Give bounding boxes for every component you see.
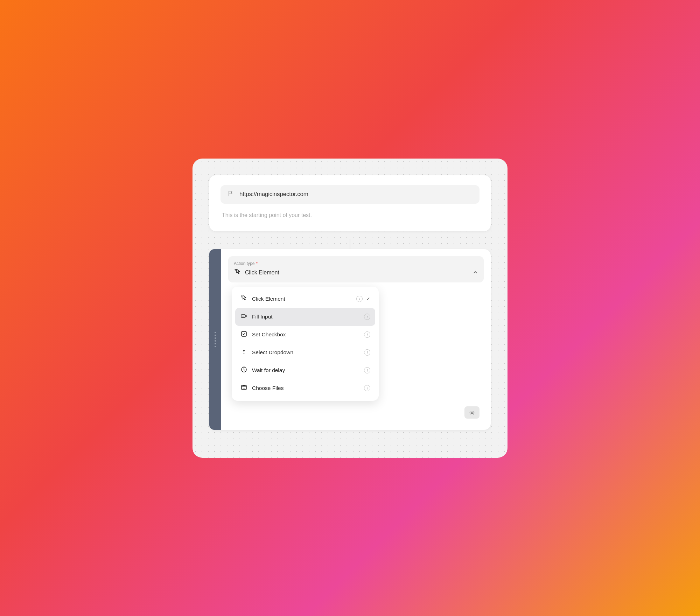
click-element-dropdown-icon (240, 295, 248, 303)
action-type-dropdown: Click Element i ✓ (232, 287, 379, 401)
starting-point-text: This is the starting point of your test. (220, 212, 312, 218)
set-checkbox-label: Set Checkbox (252, 331, 286, 338)
action-type-selected-row: Click Element (234, 268, 478, 278)
action-bottom-row: {x} (228, 401, 484, 423)
svg-rect-6 (241, 331, 246, 336)
choose-files-icon (240, 384, 248, 393)
action-type-label: Action type * (234, 261, 478, 266)
url-text[interactable]: https://magicinspector.com (239, 191, 308, 198)
action-type-name: Click Element (245, 270, 279, 276)
connector (350, 239, 350, 249)
set-checkbox-icon (240, 330, 248, 339)
choose-files-info-icon[interactable]: i (364, 385, 370, 391)
fill-input-info-icon[interactable]: i (364, 314, 370, 320)
drag-handle (215, 332, 216, 347)
select-dropdown-info-icon[interactable]: i (364, 349, 370, 356)
click-element-check-icon: ✓ (366, 296, 370, 302)
dropdown-item-choose-files[interactable]: Choose Files i (235, 379, 375, 397)
fill-input-icon (240, 313, 248, 321)
dropdown-item-fill-input[interactable]: Fill Input i (235, 308, 375, 326)
chevron-up-icon[interactable] (472, 270, 478, 276)
required-star: * (256, 261, 258, 266)
click-element-icon (234, 268, 241, 278)
action-card-inner: Action type * Click Element (221, 249, 491, 430)
choose-files-label: Choose Files (252, 385, 284, 391)
dropdown-item-wait-for-delay[interactable]: Wait for delay i (235, 362, 375, 379)
action-card: ... Action type * (209, 249, 491, 430)
dropdown-item-set-checkbox[interactable]: Set Checkbox i (235, 326, 375, 344)
select-dropdown-label: Select Dropdown (252, 349, 293, 356)
variable-button[interactable]: {x} (464, 406, 479, 419)
click-element-label: Click Element (252, 296, 285, 302)
url-card: https://magicinspector.com This is the s… (209, 175, 491, 231)
action-type-selected-left: Click Element (234, 268, 279, 278)
dropdown-item-select-dropdown[interactable]: Select Dropdown i (235, 344, 375, 362)
sidebar-handle[interactable] (209, 249, 221, 430)
url-bar: https://magicinspector.com (220, 185, 479, 204)
flag-icon (227, 190, 234, 199)
wait-for-delay-icon (240, 366, 248, 375)
wait-for-delay-label: Wait for delay (252, 367, 285, 373)
svg-point-2 (241, 295, 242, 296)
action-type-selector[interactable]: Action type * Click Element (228, 256, 484, 282)
select-dropdown-icon (240, 348, 248, 357)
set-checkbox-info-icon[interactable]: i (364, 331, 370, 338)
svg-point-0 (235, 269, 236, 270)
svg-point-7 (244, 351, 244, 352)
click-element-info-icon[interactable]: i (356, 296, 363, 302)
dropdown-item-click-element[interactable]: Click Element i ✓ (235, 290, 375, 308)
wait-for-delay-info-icon[interactable]: i (364, 367, 370, 373)
fill-input-label: Fill Input (252, 314, 273, 320)
main-card: https://magicinspector.com This is the s… (192, 159, 507, 458)
